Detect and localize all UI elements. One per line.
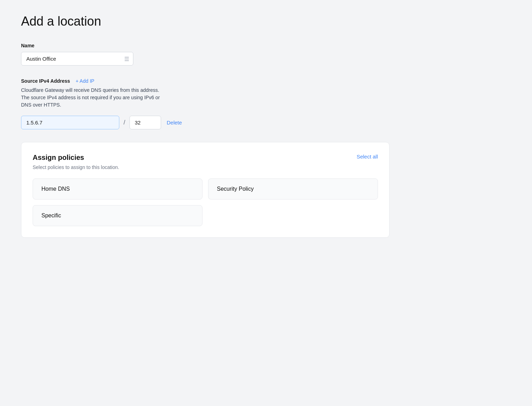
ipv4-description: Cloudflare Gateway will receive DNS quer… bbox=[21, 87, 168, 109]
policy-card-specific[interactable]: Specific bbox=[33, 205, 202, 226]
cidr-input[interactable] bbox=[129, 116, 161, 129]
assign-policies-card: Assign policies Select all Select polici… bbox=[21, 142, 390, 238]
ip-row: / Delete bbox=[21, 116, 511, 129]
policy-card-home-dns[interactable]: Home DNS bbox=[33, 178, 202, 199]
assign-policies-description: Select policies to assign to this locati… bbox=[33, 164, 378, 170]
name-input-wrapper: ☰ bbox=[21, 52, 133, 66]
policies-grid: Home DNS Security Policy Specific bbox=[33, 178, 378, 226]
page-title: Add a location bbox=[21, 14, 511, 29]
name-section: Name ☰ bbox=[21, 43, 511, 66]
add-ip-button[interactable]: + Add IP bbox=[76, 78, 94, 84]
select-all-button[interactable]: Select all bbox=[357, 154, 378, 160]
policy-card-security-policy[interactable]: Security Policy bbox=[208, 178, 378, 199]
assign-policies-title: Assign policies bbox=[33, 154, 84, 162]
ipv4-section: Source IPv4 Address + Add IP Cloudflare … bbox=[21, 78, 511, 129]
ip-address-input[interactable] bbox=[21, 116, 119, 129]
ipv4-label: Source IPv4 Address bbox=[21, 78, 70, 84]
assign-policies-header: Assign policies Select all bbox=[33, 154, 378, 162]
name-label: Name bbox=[21, 43, 511, 48]
delete-ip-button[interactable]: Delete bbox=[167, 120, 182, 126]
ipv4-header: Source IPv4 Address + Add IP bbox=[21, 78, 511, 84]
name-input[interactable] bbox=[21, 52, 133, 66]
slash-divider: / bbox=[124, 119, 125, 126]
